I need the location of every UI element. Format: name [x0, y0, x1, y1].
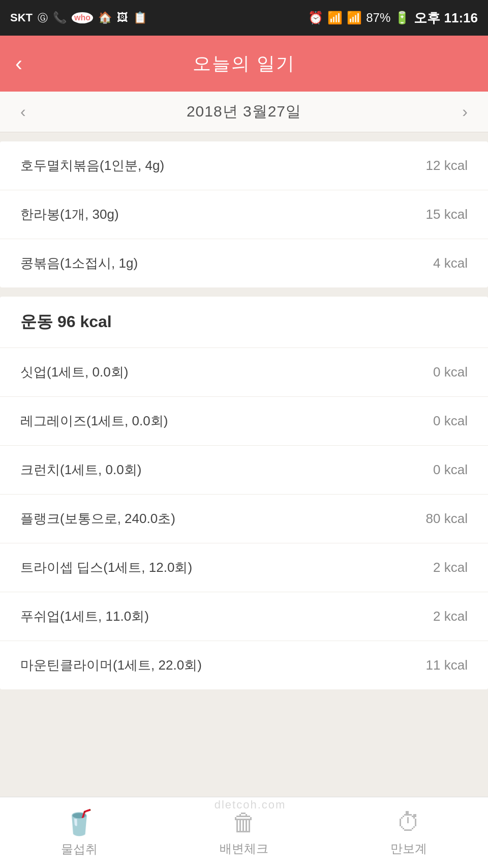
status-bar: SKT Ⓖ 📞 who 🏠 🖼 📋 ⏰ 📶 📶 87% 🔋 오후 11:16	[0, 0, 488, 36]
carrier-icon: Ⓖ	[38, 11, 48, 25]
time-label: 오후 11:16	[414, 9, 478, 27]
battery-icon: 🔋	[394, 11, 410, 25]
exercise-kcal-6: 2 kcal	[433, 609, 468, 624]
exercise-name-1: 싯업(1세트, 0.0회)	[20, 363, 128, 381]
bottom-nav-water[interactable]: 🥤 물섭취	[61, 808, 98, 857]
exercise-item-7: 마운틴클라이머(1세트, 22.0회) 11 kcal	[0, 641, 488, 689]
food-item-1: 호두멸치볶음(1인분, 4g) 12 kcal	[0, 141, 488, 190]
exercise-name-4: 플랭크(보통으로, 240.0초)	[20, 510, 175, 528]
exercise-kcal-5: 2 kcal	[433, 560, 468, 575]
exercise-name-2: 레그레이즈(1세트, 0.0회)	[20, 412, 168, 430]
bowel-label: 배변체크	[220, 841, 268, 857]
exercise-item-3: 크런치(1세트, 0.0회) 0 kcal	[0, 446, 488, 495]
water-icon: 🥤	[64, 808, 95, 837]
signal-icon: 📶	[347, 11, 362, 25]
bottom-nav-bowel[interactable]: 🗑 배변체크 dletcoh.com	[220, 808, 268, 857]
gallery-icon: 🖼	[117, 11, 128, 24]
exercise-name-6: 푸쉬업(1세트, 11.0회)	[20, 607, 149, 625]
battery-label: 87%	[366, 11, 390, 25]
food-kcal-2: 15 kcal	[426, 207, 468, 222]
exercise-item-1: 싯업(1세트, 0.0회) 0 kcal	[0, 348, 488, 397]
clipboard-icon: 📋	[133, 11, 147, 24]
food-section-card: 호두멸치볶음(1인분, 4g) 12 kcal 한라봉(1개, 30g) 15 …	[0, 141, 488, 287]
food-kcal-1: 12 kcal	[426, 158, 468, 173]
exercise-kcal-1: 0 kcal	[433, 364, 468, 380]
pedometer-icon: ⏱	[396, 808, 421, 836]
alarm-icon: ⏰	[308, 11, 323, 25]
food-kcal-3: 4 kcal	[433, 255, 468, 271]
exercise-item-2: 레그레이즈(1세트, 0.0회) 0 kcal	[0, 397, 488, 446]
whowho-icon: who	[72, 12, 93, 23]
bottom-nav-pedometer[interactable]: ⏱ 만보계	[390, 808, 427, 857]
water-label: 물섭취	[61, 841, 98, 857]
home-icon: 🏠	[98, 11, 112, 24]
app-header: ‹ 오늘의 일기	[0, 36, 488, 92]
food-item-2: 한라봉(1개, 30g) 15 kcal	[0, 190, 488, 239]
food-name-3: 콩볶음(1소접시, 1g)	[20, 254, 138, 272]
status-right: ⏰ 📶 📶 87% 🔋 오후 11:16	[308, 9, 478, 27]
exercise-kcal-2: 0 kcal	[433, 413, 468, 429]
pedometer-label: 만보계	[390, 841, 427, 857]
exercise-name-7: 마운틴클라이머(1세트, 22.0회)	[20, 656, 202, 674]
wifi-icon: 📶	[327, 11, 343, 25]
next-date-button[interactable]: ›	[462, 102, 468, 121]
prev-date-button[interactable]: ‹	[20, 102, 26, 121]
food-name-2: 한라봉(1개, 30g)	[20, 206, 119, 223]
exercise-item-4: 플랭크(보통으로, 240.0초) 80 kcal	[0, 495, 488, 543]
bottom-navigation: 🥤 물섭취 🗑 배변체크 dletcoh.com ⏱ 만보계	[0, 797, 488, 868]
current-date: 2018년 3월27일	[187, 101, 301, 122]
exercise-section-header: 운동 96 kcal	[0, 297, 488, 348]
food-name-1: 호두멸치볶음(1인분, 4g)	[20, 157, 164, 175]
exercise-name-5: 트라이셉 딥스(1세트, 12.0회)	[20, 559, 192, 576]
exercise-section-card: 싯업(1세트, 0.0회) 0 kcal 레그레이즈(1세트, 0.0회) 0 …	[0, 348, 488, 689]
exercise-kcal-3: 0 kcal	[433, 462, 468, 478]
content-area: 호두멸치볶음(1인분, 4g) 12 kcal 한라봉(1개, 30g) 15 …	[0, 141, 488, 766]
exercise-item-5: 트라이셉 딥스(1세트, 12.0회) 2 kcal	[0, 543, 488, 592]
food-item-3: 콩볶음(1소접시, 1g) 4 kcal	[0, 239, 488, 287]
bowel-icon: 🗑	[232, 808, 256, 836]
exercise-title: 운동 96 kcal	[20, 312, 112, 331]
exercise-item-6: 푸쉬업(1세트, 11.0회) 2 kcal	[0, 592, 488, 641]
page-title: 오늘의 일기	[193, 51, 295, 76]
date-navigation: ‹ 2018년 3월27일 ›	[0, 92, 488, 132]
phone-icon: 📞	[53, 11, 67, 24]
carrier-label: SKT	[10, 11, 33, 24]
exercise-kcal-7: 11 kcal	[426, 657, 468, 673]
exercise-name-3: 크런치(1세트, 0.0회)	[20, 461, 141, 479]
status-left: SKT Ⓖ 📞 who 🏠 🖼 📋	[10, 11, 147, 25]
back-button[interactable]: ‹	[15, 51, 22, 76]
exercise-kcal-4: 80 kcal	[426, 511, 468, 527]
